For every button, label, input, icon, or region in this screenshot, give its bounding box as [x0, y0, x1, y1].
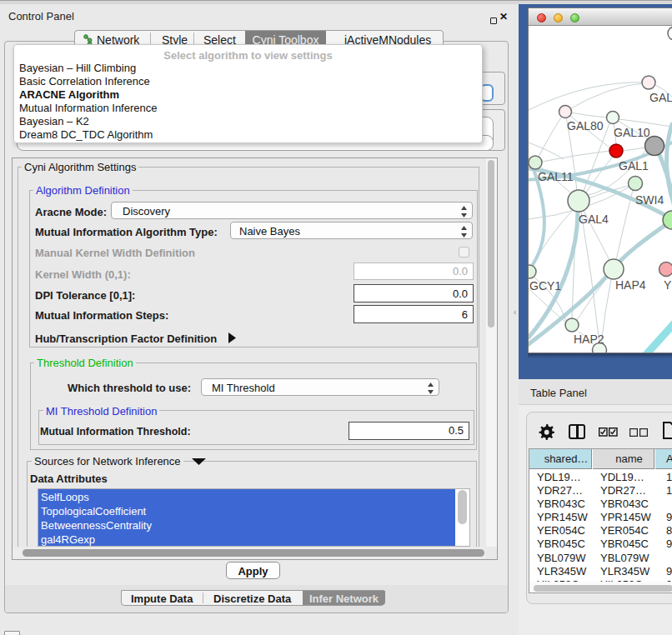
svg-text:GAL4: GAL4 — [579, 212, 609, 226]
svg-text:GAL80: GAL80 — [567, 119, 604, 132]
svg-text:YD: YD — [664, 278, 672, 292]
svg-text:GAL10: GAL10 — [614, 126, 650, 139]
svg-text:GAL80: GAL80 — [649, 91, 672, 104]
svg-text:HAP2: HAP2 — [574, 332, 604, 346]
svg-text:GAL1: GAL1 — [619, 159, 649, 172]
svg-text:HAP4: HAP4 — [615, 278, 646, 292]
svg-text:SWI4: SWI4 — [635, 193, 664, 207]
svg-text:GCY1: GCY1 — [529, 279, 561, 292]
svg-text:GAL11: GAL11 — [538, 170, 574, 183]
